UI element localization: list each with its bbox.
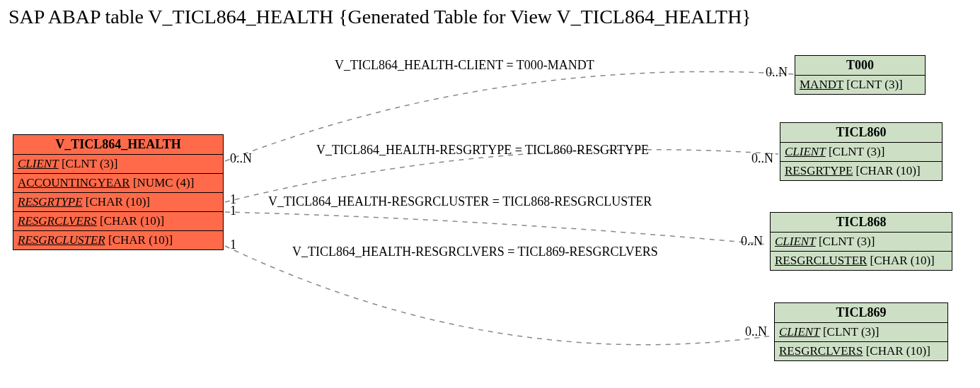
cardinality-left: 1 <box>230 237 236 252</box>
entity-header: V_TICL864_HEALTH <box>13 135 223 155</box>
entity-ticl860: TICL860 CLIENT [CLNT (3)] RESGRTYPE [CHA… <box>780 122 942 181</box>
entity-field: ACCOUNTINGYEAR [NUMC (4)] <box>13 174 223 193</box>
entity-header: TICL860 <box>780 123 942 143</box>
entity-field: CLIENT [CLNT (3)] <box>13 155 223 174</box>
page-title: SAP ABAP table V_TICL864_HEALTH {Generat… <box>8 6 751 28</box>
entity-field: RESGRCLUSTER [CHAR (10)] <box>771 252 952 270</box>
entity-field: RESGRTYPE [CHAR (10)] <box>780 162 942 180</box>
entity-field: RESGRCLVERS [CHAR (10)] <box>775 342 947 360</box>
cardinality-right: 0..N <box>741 234 763 248</box>
cardinality-right: 0..N <box>766 65 788 79</box>
cardinality-left: 1 <box>230 204 236 218</box>
cardinality-right: 0..N <box>751 151 773 165</box>
entity-header: TICL869 <box>775 303 947 323</box>
entity-field: RESGRCLUSTER [CHAR (10)] <box>13 231 223 249</box>
entity-field: CLIENT [CLNT (3)] <box>780 143 942 162</box>
entity-field: MANDT [CLNT (3)] <box>795 76 925 94</box>
cardinality-left: 1 <box>230 192 236 206</box>
entity-header: T000 <box>795 56 925 76</box>
entity-field: CLIENT [CLNT (3)] <box>771 233 952 252</box>
entity-t000: T000 MANDT [CLNT (3)] <box>795 55 926 95</box>
edge-label: V_TICL864_HEALTH-RESGRTYPE = TICL860-RES… <box>316 143 649 157</box>
entity-ticl868: TICL868 CLIENT [CLNT (3)] RESGRCLUSTER [… <box>770 212 952 271</box>
entity-ticl869: TICL869 CLIENT [CLNT (3)] RESGRCLVERS [C… <box>774 302 948 361</box>
entity-v-ticl864-health: V_TICL864_HEALTH CLIENT [CLNT (3)] ACCOU… <box>13 134 224 250</box>
entity-field: RESGRTYPE [CHAR (10)] <box>13 193 223 212</box>
entity-field: CLIENT [CLNT (3)] <box>775 323 947 342</box>
cardinality-left: 0..N <box>230 151 252 165</box>
edge-label: V_TICL864_HEALTH-RESGRCLUSTER = TICL868-… <box>268 194 652 208</box>
entity-header: TICL868 <box>771 213 952 233</box>
edge-label: V_TICL864_HEALTH-CLIENT = T000-MANDT <box>335 58 594 72</box>
cardinality-right: 0..N <box>745 324 767 339</box>
entity-field: RESGRCLVERS [CHAR (10)] <box>13 212 223 231</box>
edge-label: V_TICL864_HEALTH-RESGRCLVERS = TICL869-R… <box>292 245 658 259</box>
